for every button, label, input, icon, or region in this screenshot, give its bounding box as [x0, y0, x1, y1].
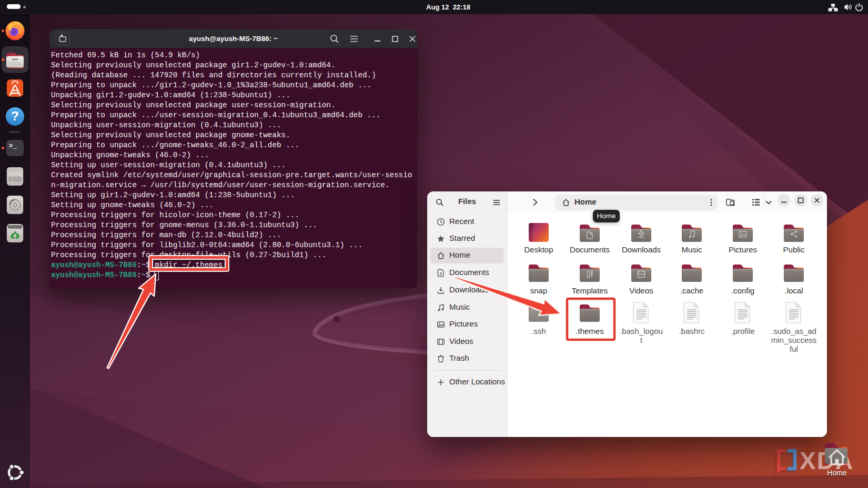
svg-text:?: ?	[11, 109, 19, 123]
svg-text:>_: >_	[9, 142, 17, 150]
svg-text:SSD: SSD	[8, 176, 22, 183]
